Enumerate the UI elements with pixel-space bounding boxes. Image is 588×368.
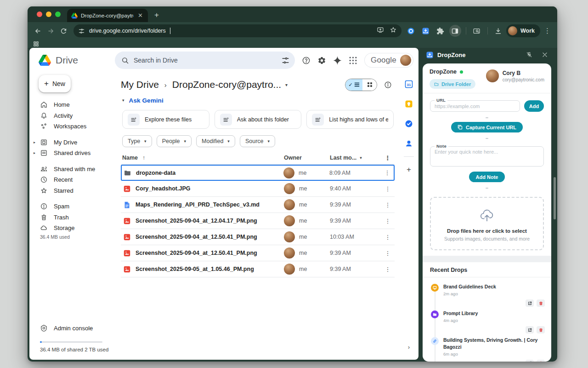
filter-chip-modified[interactable]: Modified▾ [196,135,235,147]
url-field[interactable]: URL [430,100,520,112]
list-view-button[interactable]: ✓ [345,79,362,91]
file-row-screenshot-2025-09-04-at-12-04-17-pm-png[interactable]: Screenshot_2025-09-04_at_12.04.17_PM.png… [121,213,395,229]
gemini-spark-icon[interactable] [330,52,345,68]
sidebar-item-trash[interactable]: Trash [29,212,119,223]
filter-chip-people[interactable]: People▾ [157,135,192,147]
expand-arrow-icon[interactable]: ▸ [34,140,35,144]
back-icon[interactable] [31,24,44,37]
url-input[interactable] [430,104,520,109]
open-link-button[interactable] [526,326,534,334]
recent-drop-building-systems-driving-growt[interactable]: Building Systems, Driving Growth. | Cory… [423,337,551,362]
tab-close-icon[interactable]: ✕ [137,12,144,18]
sidebar-item-spam[interactable]: Spam [29,201,119,212]
delete-drop-button[interactable] [537,360,545,362]
new-button[interactable]: + New [39,75,71,92]
settings-icon[interactable] [314,52,330,68]
row-more-icon[interactable]: ⋮ [382,250,393,257]
drive-search-bar[interactable] [115,52,295,69]
hide-side-panel-icon[interactable]: › [408,344,410,351]
recent-drop-prompt-library[interactable]: Prompt Library4m ago [423,310,551,334]
sidebar-item-workspaces[interactable]: Workspaces [29,121,119,132]
account-chip[interactable]: Google [365,53,413,67]
delete-drop-button[interactable] [537,299,545,307]
sidebar-item-admin-console[interactable]: Admin console [29,322,119,334]
file-row-screenshot-2025-09-05-at-1-05-46-pm-png[interactable]: Screenshot_2025-09-05_at_1.05.46_PM.pngm… [121,261,395,277]
close-window-button[interactable] [37,12,42,17]
apps-grid-icon[interactable] [345,52,361,68]
row-more-icon[interactable]: ⋮ [382,234,393,241]
downloads-icon[interactable] [492,25,504,37]
tasks-icon[interactable] [405,120,413,128]
get-add-ons-button[interactable]: + [407,165,411,174]
sidebar-item-activity[interactable]: Activity [29,110,119,121]
filter-chip-type[interactable]: Type▾ [122,135,152,147]
sidebar-item-recent[interactable]: Recent [29,174,119,185]
row-more-icon[interactable]: ⋮ [382,201,393,208]
reload-icon[interactable] [57,24,70,37]
column-name-label[interactable]: Name [122,155,138,161]
profile-chip[interactable]: Work [506,24,540,37]
sidebar-item-my-drive[interactable]: ▸My Drive [29,137,119,148]
save-to-device-icon[interactable] [377,26,384,35]
help-icon[interactable] [299,52,314,68]
forward-icon[interactable] [44,24,57,37]
recent-drop-brand-guidelines-deck[interactable]: Brand Guidelines Deck2m ago [423,283,551,307]
column-owner-label[interactable]: Owner [284,155,302,161]
close-panel-icon[interactable] [539,52,551,58]
breadcrumb-caret-icon[interactable]: ▾ [285,82,288,87]
site-settings-icon[interactable] [78,28,85,34]
onepassword-icon[interactable] [405,25,417,37]
note-field[interactable]: Note [430,146,544,167]
filter-chip-source[interactable]: Source▾ [240,135,275,147]
add-url-button[interactable]: Add [524,100,544,112]
url-bar[interactable]: drive.google.com/drive/folders [74,24,401,37]
sidebar-item-storage[interactable]: Storage [29,223,119,234]
drive-folder-chip[interactable]: Drive Folder [430,79,475,89]
row-more-icon[interactable]: ⋮ [382,266,393,273]
new-tab-button[interactable]: + [154,11,159,20]
calendar-icon[interactable]: 31 [405,80,413,88]
file-drop-area[interactable]: Drop files here or click to select Suppo… [430,197,544,250]
capture-current-url-button[interactable]: Capture Current URL [451,122,523,132]
gemini-chip-list-highs-and-lows-of-each-file[interactable]: List highs and lows of each file [306,110,394,129]
column-modified-label[interactable]: Last mo... [330,155,356,161]
side-panel-icon[interactable] [449,25,461,37]
breadcrumb-root[interactable]: My Drive [121,79,159,90]
browser-menu-icon[interactable]: ⋮ [542,27,553,35]
open-link-button[interactable] [526,360,534,362]
gemini-chip-ask-about-this-folder[interactable]: Ask about this folder [215,110,302,129]
note-input[interactable] [430,149,543,160]
file-row-maps-rendering-api-prd-techspec-v3-md[interactable]: Maps_Rendering_API_PRD_TechSpec_v3.mdme9… [121,197,395,213]
account-avatar[interactable] [400,55,411,66]
unpin-icon[interactable] [523,52,535,58]
file-row-screenshot-2025-09-04-at-12-50-41-pm-png[interactable]: Screenshot_2025-09-04_at_12.50.41_PM.png… [121,245,395,261]
apps-shortcut-icon[interactable] [34,41,39,46]
bookmark-star-icon[interactable] [390,26,397,35]
open-link-button[interactable] [526,299,534,307]
grid-view-button[interactable] [362,79,377,91]
panel-scrollbar-thumb[interactable] [554,177,556,219]
sidebar-item-shared-with-me[interactable]: Shared with me [29,164,119,175]
drive-logo[interactable]: Drive [39,55,115,66]
sidebar-item-starred[interactable]: Starred [29,185,119,196]
breadcrumb-current[interactable]: DropZone-cory@paytro... [172,79,281,90]
search-options-icon[interactable] [279,54,291,66]
row-more-icon[interactable]: ⋮ [382,169,393,176]
search-tabs-icon[interactable] [471,25,483,37]
sort-ascending-icon[interactable]: ↑ [142,155,145,161]
ask-gemini-toggle[interactable]: ▾ Ask Gemini [122,94,395,106]
file-row-cory-headshot-jpg[interactable]: Cory_headshot.JPGme9:40 AM⋮ [121,181,395,197]
details-info-icon[interactable] [384,81,392,89]
row-more-icon[interactable]: ⋮ [382,185,393,192]
sidebar-item-shared-drives[interactable]: ▸Shared drives [29,148,119,159]
file-row-dropzone-data[interactable]: dropzone-datame8:09 AM⋮ [121,165,395,181]
extensions-puzzle-icon[interactable] [435,25,447,37]
expand-arrow-icon[interactable]: ▸ [34,151,35,155]
minimize-window-button[interactable] [46,12,51,17]
header-more-icon[interactable]: ⋮ [382,155,393,161]
gemini-chip-explore-these-files[interactable]: Explore these files [122,110,209,129]
row-more-icon[interactable]: ⋮ [382,218,393,224]
sidebar-item-home[interactable]: Home [29,99,119,110]
contacts-icon[interactable] [405,139,413,148]
file-row-screenshot-2025-09-04-at-12-50-41-pm-png[interactable]: Screenshot_2025-09-04_at_12.50.41_PM.png… [121,229,395,245]
